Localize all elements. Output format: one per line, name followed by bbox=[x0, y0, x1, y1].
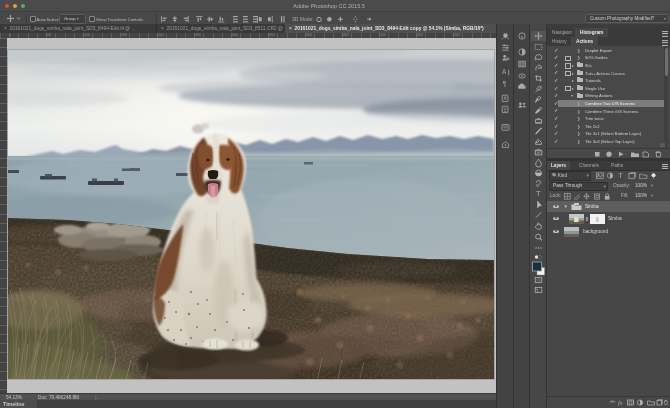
svg-text:T: T bbox=[619, 172, 623, 179]
svg-text:fx: fx bbox=[618, 399, 623, 405]
svg-text:A: A bbox=[502, 68, 507, 75]
svg-text:¶: ¶ bbox=[503, 80, 507, 87]
svg-text:T: T bbox=[536, 189, 541, 198]
svg-text:3D Mode:: 3D Mode: bbox=[292, 16, 314, 22]
